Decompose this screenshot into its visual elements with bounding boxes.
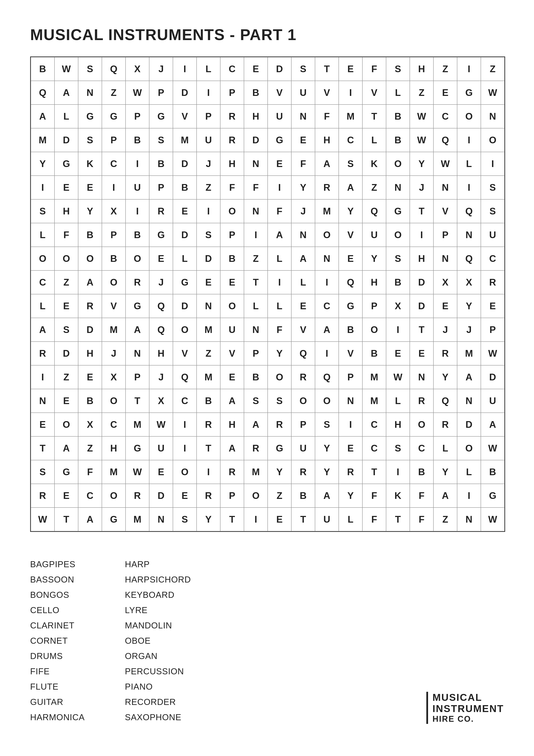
grid-cell: D <box>173 152 196 176</box>
grid-cell: F <box>362 484 386 507</box>
grid-row: QANZWPDIPBVUVIVLZEGW <box>31 81 504 104</box>
grid-cell: I <box>315 270 339 294</box>
grid-cell: A <box>315 318 339 341</box>
grid-cell: Y <box>291 176 315 199</box>
grid-cell: T <box>126 389 149 413</box>
word-item: GUITAR <box>30 695 125 709</box>
grid-row: IZEXPJQMEBORQPMWNYAD <box>31 365 504 389</box>
grid-cell: B <box>196 389 220 413</box>
grid-cell: M <box>126 413 149 436</box>
grid-cell: P <box>102 128 126 152</box>
logo-line-2: INSTRUMENT <box>432 703 504 715</box>
grid-cell: F <box>362 57 386 81</box>
grid-cell: B <box>102 247 126 270</box>
grid-cell: I <box>386 318 410 341</box>
grid-cell: M <box>126 507 149 531</box>
grid-cell: N <box>481 104 504 128</box>
word-item: HARP <box>125 558 220 571</box>
grid-cell: P <box>339 365 362 389</box>
grid-cell: C <box>362 436 386 460</box>
grid-cell: M <box>315 199 339 223</box>
grid-cell: H <box>220 152 244 176</box>
grid-cell: S <box>386 57 410 81</box>
grid-cell: T <box>315 57 339 81</box>
grid-cell: D <box>481 365 504 389</box>
grid-cell: D <box>410 270 433 294</box>
grid-cell: I <box>339 81 362 104</box>
grid-cell: X <box>457 270 481 294</box>
grid-cell: F <box>78 460 102 484</box>
grid-cell: Z <box>481 57 504 81</box>
grid-cell: I <box>196 460 220 484</box>
grid-cell: W <box>126 460 149 484</box>
grid-cell: L <box>267 247 291 270</box>
grid-cell: O <box>291 389 315 413</box>
grid-cell: M <box>244 460 267 484</box>
grid-cell: A <box>339 176 362 199</box>
grid-cell: T <box>410 199 433 223</box>
grid-cell: E <box>433 81 457 104</box>
word-item: PIANO <box>125 680 220 693</box>
grid-cell: V <box>267 81 291 104</box>
grid-cell: J <box>102 341 126 365</box>
grid-cell: C <box>102 413 126 436</box>
grid-cell: I <box>173 57 196 81</box>
grid-cell: L <box>196 57 220 81</box>
grid-cell: Q <box>362 199 386 223</box>
grid-cell: R <box>196 484 220 507</box>
grid-cell: H <box>410 247 433 270</box>
grid-cell: E <box>481 294 504 318</box>
grid-cell: I <box>410 223 433 247</box>
word-column-2: HARPHARPSICHORDKEYBOARDLYREMANDOLINOBOEO… <box>125 558 220 724</box>
grid-cell: Q <box>457 247 481 270</box>
grid-cell: B <box>339 318 362 341</box>
page-title: MUSICAL INSTRUMENTS - PART 1 <box>30 26 504 43</box>
grid-cell: L <box>291 270 315 294</box>
grid-cell: O <box>102 389 126 413</box>
grid-cell: M <box>102 460 126 484</box>
grid-cell: P <box>102 223 126 247</box>
grid-cell: U <box>196 128 220 152</box>
grid-cell: E <box>173 199 196 223</box>
grid-cell: G <box>126 294 149 318</box>
grid-cell: R <box>267 413 291 436</box>
grid-cell: G <box>173 270 196 294</box>
grid-row: IEEIUPBZFFIYRAZNJNIS <box>31 176 504 199</box>
grid-cell: X <box>149 389 173 413</box>
grid-cell: Q <box>339 270 362 294</box>
grid-cell: N <box>339 389 362 413</box>
grid-row: NEBOTXCBASSOONMLRQNU <box>31 389 504 413</box>
grid-cell: S <box>386 436 410 460</box>
grid-cell: L <box>386 81 410 104</box>
grid-cell: R <box>410 389 433 413</box>
grid-cell: Y <box>315 460 339 484</box>
grid-cell: H <box>362 270 386 294</box>
grid-cell: C <box>362 413 386 436</box>
grid-cell: S <box>31 199 55 223</box>
grid-cell: E <box>291 294 315 318</box>
grid-cell: C <box>31 270 55 294</box>
word-item: PERCUSSION <box>125 665 220 678</box>
grid-cell: R <box>244 436 267 460</box>
grid-cell: S <box>315 413 339 436</box>
grid-cell: E <box>291 128 315 152</box>
grid-cell: N <box>196 294 220 318</box>
grid-cell: E <box>78 365 102 389</box>
grid-cell: K <box>362 152 386 176</box>
grid-cell: C <box>433 104 457 128</box>
grid-cell: R <box>126 484 149 507</box>
grid-cell: I <box>173 413 196 436</box>
grid-cell: B <box>220 247 244 270</box>
grid-cell: Y <box>339 484 362 507</box>
grid-cell: P <box>126 365 149 389</box>
grid-cell: X <box>102 199 126 223</box>
grid-cell: D <box>55 128 78 152</box>
grid-cell: O <box>386 152 410 176</box>
grid-cell: H <box>78 341 102 365</box>
word-item: KEYBOARD <box>125 588 220 602</box>
grid-cell: A <box>31 318 55 341</box>
grid-cell: H <box>102 436 126 460</box>
grid-cell: E <box>220 365 244 389</box>
grid-cell: V <box>173 341 196 365</box>
grid-cell: D <box>244 128 267 152</box>
